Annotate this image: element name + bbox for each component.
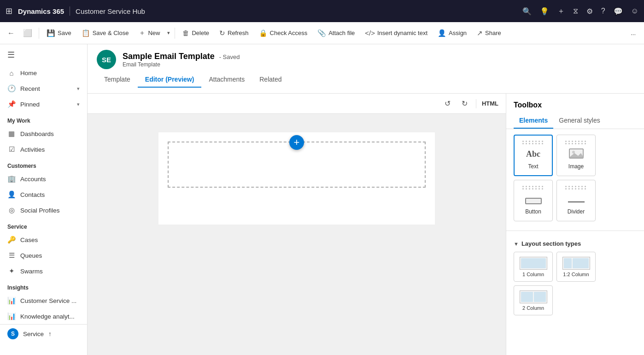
grid-icon[interactable]: ⊞	[6, 6, 12, 16]
toolbox-item-image[interactable]: Image	[556, 135, 596, 176]
new-icon: ＋	[139, 29, 146, 37]
help-icon[interactable]: ?	[601, 7, 605, 15]
sidebar-item-social-profiles[interactable]: ◎ Social Profiles	[0, 202, 87, 218]
divider-element-icon	[565, 186, 587, 206]
save-close-icon: 📋	[82, 29, 90, 37]
html-label: HTML	[482, 100, 498, 107]
cmd-separator-2	[175, 28, 175, 39]
toolbox-tab-elements[interactable]: Elements	[514, 113, 553, 129]
delete-button[interactable]: 🗑 Delete	[178, 26, 214, 40]
queues-icon: ☰	[7, 251, 16, 260]
layout-preview-2col	[520, 290, 547, 303]
sidebar-item-contacts[interactable]: 👤 Contacts	[0, 187, 87, 202]
divider-element-label: Divider	[568, 208, 585, 215]
attach-file-button[interactable]: 📎 Attach file	[313, 26, 359, 40]
layout-chevron-icon: ▼	[514, 241, 519, 247]
sidebar-toggle-button[interactable]: ☰	[0, 44, 87, 65]
smiley-icon[interactable]: ☺	[631, 7, 638, 15]
main-layout: ☰ ⌂ Home 🕐 Recent ▾ 📌 Pinned ▾ My Work ▦…	[0, 44, 644, 355]
assign-button[interactable]: 👤 Assign	[433, 26, 471, 40]
page-subtitle: Email Template	[123, 61, 240, 68]
sidebar-item-accounts[interactable]: 🏢 Accounts	[0, 171, 87, 187]
toolbox-title: Toolbox	[506, 94, 644, 113]
plus-icon[interactable]: ＋	[557, 6, 565, 16]
page-saved-status: - Saved	[219, 53, 240, 60]
image-element-label: Image	[568, 163, 584, 170]
page-header: SE Sample Email Template - Saved Email T…	[88, 44, 644, 94]
sidebar-item-pinned[interactable]: 📌 Pinned ▾	[0, 96, 87, 112]
share-button[interactable]: ↗ Share	[472, 26, 506, 40]
layout-col-wide	[573, 258, 589, 268]
canvas-content[interactable]: +	[88, 114, 506, 355]
sidebar-item-queues[interactable]: ☰ Queues	[0, 248, 87, 263]
layout-item-2-column[interactable]: 2 Column	[514, 285, 553, 315]
back-button[interactable]: ←	[4, 26, 18, 40]
layout-col-b	[534, 292, 546, 302]
activities-icon: ☑	[7, 145, 16, 154]
service-section-label: Service	[0, 218, 87, 232]
email-canvas: +	[158, 132, 435, 225]
layout-item-1-2-column[interactable]: 1:2 Column	[556, 252, 596, 282]
pinned-expand-icon: ▾	[77, 101, 80, 107]
service-bottom-expand-icon: ↑	[48, 331, 52, 337]
layout-preview-1col	[520, 257, 547, 270]
knowledge-icon: 📊	[7, 312, 16, 320]
page-tabs: Template Editor (Preview) Attachments Re…	[97, 72, 635, 88]
recent-expand-icon: ▾	[77, 86, 80, 92]
sidebar-item-home[interactable]: ⌂ Home	[0, 65, 87, 81]
filter-icon[interactable]: ⧖	[573, 7, 578, 15]
sidebar-item-dashboards[interactable]: ▦ Dashboards	[0, 126, 87, 142]
redo-button[interactable]: ↻	[459, 97, 470, 110]
sidebar-item-activities[interactable]: ☑ Activities	[0, 142, 87, 157]
popout-button[interactable]: ⬜	[19, 26, 36, 40]
sidebar-item-knowledge[interactable]: 📊 Knowledge analyt...	[0, 308, 87, 324]
toolbox-item-button[interactable]: Button	[514, 180, 553, 221]
save-icon: 💾	[47, 29, 55, 37]
check-access-icon: 🔒	[259, 29, 268, 37]
sidebar-bottom-service-item[interactable]: S Service ↑	[0, 324, 87, 343]
sidebar-item-customer-service[interactable]: 📊 Customer Service ...	[0, 293, 87, 308]
layout-col-a	[521, 292, 533, 302]
refresh-button[interactable]: ↻ Refresh	[215, 26, 253, 40]
page-title: Sample Email Template	[123, 52, 215, 61]
cases-icon: 🔑	[7, 236, 16, 244]
text-element-label: Text	[528, 163, 538, 170]
save-button[interactable]: 💾 Save	[42, 26, 76, 40]
undo-button[interactable]: ↺	[442, 97, 453, 110]
sidebar-item-swarms[interactable]: ✦ Swarms	[0, 263, 87, 279]
button-element-icon	[522, 186, 544, 206]
tab-attachments[interactable]: Attachments	[201, 72, 252, 88]
tab-editor-preview[interactable]: Editor (Preview)	[138, 72, 202, 88]
tab-related[interactable]: Related	[252, 72, 289, 88]
page-avatar: SE	[97, 50, 116, 69]
layout-item-1-column[interactable]: 1 Column	[514, 252, 553, 282]
sidebar-item-cases[interactable]: 🔑 Cases	[0, 232, 87, 248]
save-close-button[interactable]: 📋 Save & Close	[77, 26, 134, 40]
layout-section-label: Layout section types	[521, 240, 581, 247]
attach-icon: 📎	[317, 29, 326, 37]
command-bar: ← ⬜ 💾 Save 📋 Save & Close ＋ New ▾ 🗑 Dele…	[0, 22, 644, 44]
toolbox-panel: Toolbox Elements General styles	[506, 94, 644, 355]
toolbox-item-text[interactable]: Abc Text	[514, 135, 553, 176]
search-icon[interactable]: 🔍	[522, 7, 532, 16]
refresh-icon: ↻	[219, 29, 225, 37]
new-expand-icon[interactable]: ▾	[165, 27, 172, 39]
home-icon: ⌂	[7, 69, 16, 77]
more-button[interactable]: ...	[626, 27, 640, 39]
drop-zone-plus-button[interactable]: +	[289, 135, 304, 150]
check-access-button[interactable]: 🔒 Check Access	[254, 26, 312, 40]
toolbox-item-divider[interactable]: Divider	[556, 180, 596, 221]
layout-section-header[interactable]: ▼ Layout section types	[514, 240, 637, 247]
lightbulb-icon[interactable]: 💡	[540, 7, 549, 16]
new-button[interactable]: ＋ New	[134, 26, 164, 40]
text-element-icon: Abc	[522, 141, 544, 160]
toolbox-tab-general-styles[interactable]: General styles	[553, 113, 605, 129]
drop-zone[interactable]: +	[168, 142, 426, 188]
layout-col-1	[521, 258, 546, 268]
sidebar-item-recent[interactable]: 🕐 Recent ▾	[0, 81, 87, 96]
toolbar-divider	[476, 99, 476, 108]
tab-template[interactable]: Template	[97, 72, 138, 88]
settings-icon[interactable]: ⚙	[586, 7, 593, 16]
chat-icon[interactable]: 💬	[614, 7, 623, 16]
insert-dynamic-button[interactable]: </> Insert dynamic text	[360, 26, 432, 40]
